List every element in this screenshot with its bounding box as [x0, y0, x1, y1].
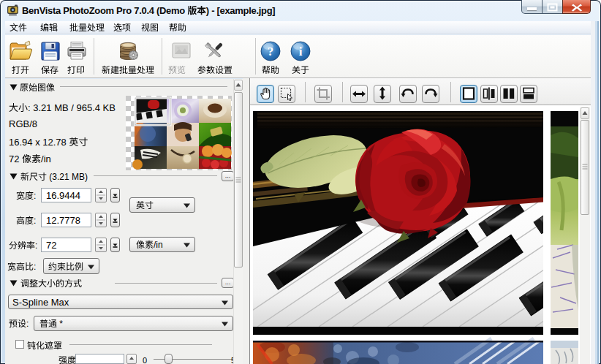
svg-text:i: i [299, 45, 303, 58]
svg-text:BenVista PhotoZoom Pro 7.0.4 (: BenVista PhotoZoom Pro 7.0.4 (Demo [22, 5, 187, 16]
svg-text::: : [35, 240, 37, 251]
svg-text:12.7778: 12.7778 [46, 215, 80, 226]
svg-text:72: 72 [46, 240, 56, 251]
svg-text::: : [34, 191, 36, 201]
svg-text:/in: /in [41, 153, 51, 164]
svg-text:: 3.21 MB / 965.4 KB: : 3.21 MB / 965.4 KB [28, 102, 116, 113]
svg-text::: : [26, 319, 29, 329]
svg-text:72: 72 [9, 153, 22, 164]
svg-text:/in: /in [154, 240, 163, 250]
svg-text:16.94 x 12.78: 16.94 x 12.78 [9, 137, 69, 148]
svg-text:?: ? [268, 45, 274, 58]
svg-text::: : [34, 216, 36, 226]
svg-text::: : [34, 262, 36, 272]
svg-text:16.9444: 16.9444 [46, 190, 80, 201]
svg-text:) - [example.jpg]: ) - [example.jpg] [206, 5, 276, 16]
svg-text:(3.21 MB): (3.21 MB) [47, 172, 88, 182]
svg-text:*: * [57, 319, 63, 329]
svg-text:S-Spline Max: S-Spline Max [12, 297, 69, 308]
svg-text:RGB/8: RGB/8 [9, 118, 37, 129]
svg-text:0: 0 [143, 356, 147, 364]
